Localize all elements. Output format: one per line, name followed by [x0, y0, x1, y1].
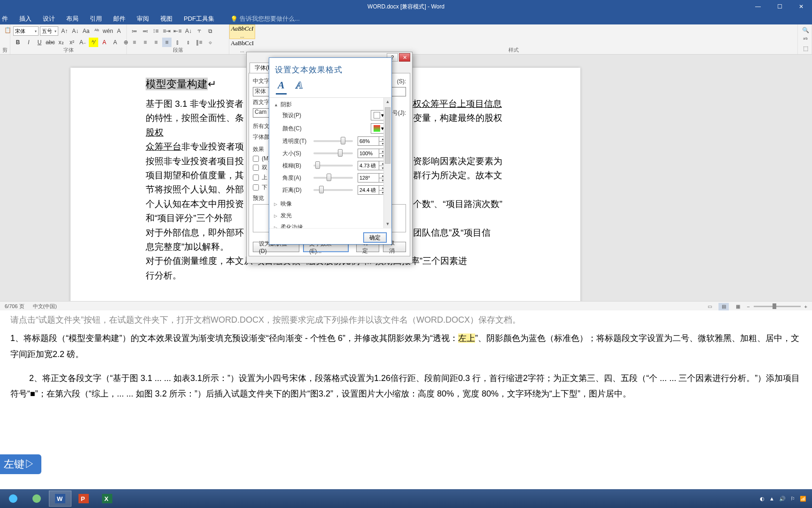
underline-button[interactable]: U [35, 38, 44, 47]
tab-item[interactable]: 引用 [90, 15, 102, 23]
window-minimize-icon[interactable]: — [747, 0, 769, 13]
language-status[interactable]: 中文(中国) [33, 303, 57, 310]
replace-icon[interactable]: ᵃᵇ [801, 35, 810, 44]
distribute-icon[interactable]: ⫿ [173, 38, 182, 47]
web-layout-icon[interactable]: ▦ [733, 303, 743, 310]
tab-item[interactable]: 审阅 [137, 15, 149, 23]
char-shading-button[interactable]: A [110, 38, 120, 47]
indent-left-icon[interactable]: ⇤≡ [173, 26, 182, 36]
up-check[interactable] [253, 175, 259, 181]
tray-icon[interactable]: ▲ [769, 496, 774, 501]
blur-slider[interactable] [313, 165, 353, 167]
page-count[interactable]: 6/706 页 [5, 303, 24, 310]
ribbon: 📋 剪 宋体 五号 A↑ A↓ Aa ᴬᵇ wén A B I U abc x₂… [0, 24, 812, 55]
transparency-slider[interactable] [313, 140, 353, 142]
dialog-close-icon[interactable]: ✕ [399, 53, 410, 62]
system-tray[interactable]: ◐ ▲ 🔊 ⚐ 📶 [760, 496, 810, 502]
borders-icon[interactable]: ⟐ [205, 38, 215, 47]
task-powerpoint-icon[interactable]: P [72, 491, 95, 507]
find-icon[interactable]: 🔍 [801, 25, 810, 35]
task-browser-icon[interactable] [25, 491, 48, 507]
align-center-icon[interactable]: ≡ [141, 38, 150, 47]
text-effects-button[interactable]: A₋ [78, 38, 87, 47]
phonetic-icon[interactable]: wén [103, 26, 113, 36]
tab-item[interactable]: 插入 [19, 15, 31, 23]
size-slider[interactable] [313, 152, 353, 154]
strike-check[interactable] [253, 156, 259, 162]
line-spacing-icon[interactable]: ⫾ [184, 38, 193, 47]
tray-icon[interactable]: ◐ [760, 496, 765, 502]
task-excel-icon[interactable]: X [96, 491, 118, 507]
status-bar: 6/706 页 中文(中国) ▭ ▤ ▦ − + [0, 301, 812, 311]
multilevel-icon[interactable]: ⁝≡ [151, 26, 161, 36]
text-fill-tab-icon[interactable]: A [276, 79, 287, 95]
blur-spin[interactable]: ▲▼ [358, 161, 387, 170]
snap-icon[interactable]: ⧉ [205, 26, 215, 36]
superscript-button[interactable]: x² [67, 38, 77, 47]
font-size-dropdown[interactable]: 五号 [40, 26, 58, 36]
window-title: WORD.docx [兼容模式] - Word [367, 3, 445, 11]
clear-format-icon[interactable]: ᴬᵇ [92, 26, 102, 36]
bold-button[interactable]: B [13, 38, 23, 47]
align-right-icon[interactable]: ≡ [151, 38, 161, 47]
change-case-icon[interactable]: Aa [81, 26, 91, 36]
highlight-button[interactable]: ᴬ⁄ [89, 38, 98, 47]
size-spin[interactable]: ▲▼ [358, 149, 387, 158]
tab-item[interactable]: 布局 [66, 15, 78, 23]
doc-heading[interactable]: 模型变量构建 [146, 78, 208, 90]
tab-item[interactable]: 视图 [160, 15, 172, 23]
double-check[interactable] [253, 165, 259, 171]
angle-spin[interactable]: ▲▼ [358, 173, 387, 183]
effect-ok-button[interactable]: 确定 [363, 232, 387, 243]
svg-text:X: X [104, 495, 109, 502]
tab-item[interactable]: PDF工具集 [184, 15, 214, 23]
zoom-out-icon[interactable]: − [747, 304, 750, 310]
effect-scrollbar[interactable]: ▲▼ [383, 98, 391, 228]
bullets-icon[interactable]: ≔ [130, 26, 139, 36]
strike-button[interactable]: abc [46, 38, 55, 47]
task-word-icon[interactable]: W [49, 491, 71, 507]
tab-item[interactable]: 件 [2, 15, 8, 23]
shrink-font-icon[interactable]: A↓ [70, 26, 80, 36]
indent-right-icon[interactable]: ≡⇥ [162, 26, 172, 36]
text-outline-tab-icon[interactable]: A [294, 79, 305, 95]
transparency-spin[interactable]: ▲▼ [358, 136, 387, 146]
numbering-icon[interactable]: ≕ [141, 26, 150, 36]
tab-item[interactable]: 邮件 [113, 15, 125, 23]
window-close-icon[interactable]: ✕ [790, 0, 812, 13]
subscript-button[interactable]: x₂ [56, 38, 66, 47]
char-border-icon[interactable]: A [114, 26, 124, 36]
highlighted-text: 左上 [458, 333, 475, 343]
reflection-section[interactable]: ▷映像 [274, 200, 387, 208]
tray-network-icon[interactable]: 📶 [800, 496, 806, 502]
read-mode-icon[interactable]: ▭ [704, 303, 715, 310]
start-button[interactable] [2, 491, 24, 507]
select-icon[interactable]: ⬚ [801, 44, 810, 53]
sort-icon[interactable]: A↓ [184, 26, 193, 36]
tell-me-search[interactable]: 💡告诉我您想要做什么... [230, 15, 300, 23]
zoom-in-icon[interactable]: + [804, 304, 807, 310]
font-color-button[interactable]: A [100, 38, 109, 47]
font-name-dropdown[interactable]: 宋体 [13, 26, 39, 36]
show-marks-icon[interactable]: ⥾ [195, 26, 204, 36]
grow-font-icon[interactable]: A↑ [60, 26, 69, 36]
print-layout-icon[interactable]: ▤ [718, 303, 729, 310]
tray-flag-icon[interactable]: ⚐ [790, 496, 795, 502]
soft-edges-section[interactable]: ▷柔化边缘 [274, 223, 387, 228]
zoom-slider[interactable] [754, 306, 801, 307]
align-left-icon[interactable]: ≡ [130, 38, 139, 47]
distance-spin[interactable]: ▲▼ [358, 185, 387, 195]
distance-slider[interactable] [313, 189, 353, 191]
angle-slider[interactable] [313, 177, 353, 179]
align-justify-icon[interactable]: ≡ [162, 38, 172, 47]
shadow-section[interactable]: ▲阴影 [274, 101, 387, 109]
window-maximize-icon[interactable]: ☐ [769, 0, 790, 13]
tab-item[interactable]: 设计 [43, 15, 55, 23]
italic-button[interactable]: I [24, 38, 33, 47]
svg-text:W: W [57, 495, 63, 502]
tray-volume-icon[interactable]: 🔊 [779, 496, 786, 502]
shading-icon[interactable]: ‖≡ [195, 38, 204, 47]
style-item[interactable]: AaBbCcI... [229, 24, 255, 39]
down-check[interactable] [253, 184, 259, 190]
glow-section[interactable]: ▷发光 [274, 212, 387, 220]
